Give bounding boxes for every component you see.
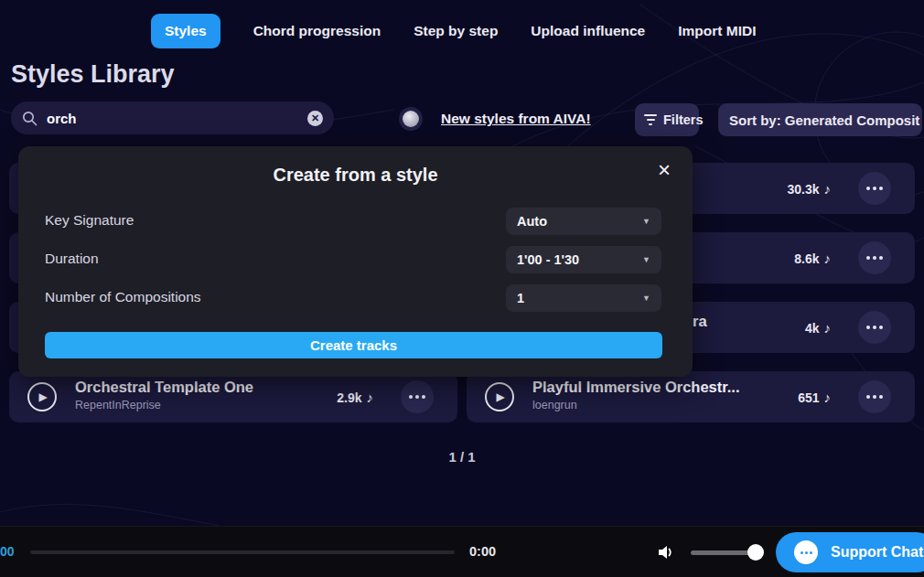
new-styles-indicator-icon bbox=[403, 111, 419, 127]
composition-count: 30.3k♪ bbox=[787, 181, 831, 197]
chat-bubble-icon bbox=[794, 540, 818, 564]
music-note-icon: ♪ bbox=[824, 181, 832, 197]
search-box[interactable]: ✕ bbox=[11, 102, 334, 134]
chevron-down-icon: ▼ bbox=[642, 217, 650, 226]
chevron-down-icon: ▼ bbox=[642, 294, 650, 303]
number-of-compositions-select[interactable]: 1 ▼ bbox=[506, 284, 661, 312]
card-menu-button[interactable] bbox=[858, 241, 891, 274]
tab-chord-progression[interactable]: Chord progression bbox=[253, 23, 381, 39]
volume-slider-knob[interactable] bbox=[747, 544, 764, 561]
support-chat-button[interactable]: Support Chat bbox=[776, 532, 924, 572]
play-icon: ▶ bbox=[38, 390, 47, 403]
style-card[interactable]: ▶ Orchestral Template One RepentInRepris… bbox=[9, 371, 457, 422]
composition-count: 651♪ bbox=[798, 390, 831, 405]
modal-title: Create from a style bbox=[18, 165, 693, 186]
page-title: Styles Library bbox=[11, 60, 175, 89]
key-signature-label: Key Signature bbox=[45, 212, 134, 229]
top-navigation: Styles Chord progression Step by step Up… bbox=[151, 14, 756, 48]
style-card[interactable]: ▶ Playful Immersive Orchestr... loengrun… bbox=[467, 371, 915, 422]
duration-select[interactable]: 1'00 - 1'30 ▼ bbox=[506, 246, 661, 273]
filters-button[interactable]: Filters bbox=[635, 103, 699, 136]
volume-icon[interactable] bbox=[657, 543, 677, 561]
composition-count: 2.9k♪ bbox=[337, 390, 373, 405]
support-chat-label: Support Chat bbox=[831, 544, 923, 561]
total-time: 0:00 bbox=[469, 544, 496, 559]
filters-label: Filters bbox=[663, 112, 704, 127]
card-menu-button[interactable] bbox=[858, 380, 891, 413]
current-time: 00 bbox=[0, 544, 15, 559]
duration-label: Duration bbox=[45, 251, 99, 267]
pagination: 1 / 1 bbox=[0, 449, 924, 465]
clear-search-icon[interactable]: ✕ bbox=[307, 111, 323, 126]
create-tracks-button[interactable]: Create tracks bbox=[45, 332, 662, 358]
card-author: RepentInReprise bbox=[75, 399, 253, 411]
play-button[interactable]: ▶ bbox=[485, 382, 514, 411]
card-title: Orchestral Template One bbox=[75, 379, 253, 396]
seek-bar[interactable] bbox=[30, 550, 455, 554]
music-note-icon: ♪ bbox=[367, 390, 374, 405]
card-menu-button[interactable] bbox=[401, 380, 434, 413]
close-icon[interactable]: × bbox=[658, 159, 671, 181]
card-menu-button[interactable] bbox=[858, 172, 891, 205]
key-signature-select[interactable]: Auto ▼ bbox=[506, 208, 661, 235]
sort-by-dropdown[interactable]: Sort by: Generated Composit bbox=[718, 103, 922, 136]
music-note-icon: ♪ bbox=[824, 390, 832, 405]
tab-upload-influence[interactable]: Upload influence bbox=[531, 23, 645, 39]
search-icon bbox=[22, 111, 38, 126]
tab-styles[interactable]: Styles bbox=[151, 14, 220, 48]
card-title: Playful Immersive Orchestr... bbox=[532, 379, 740, 396]
create-from-style-modal: Create from a style × Key Signature Auto… bbox=[18, 146, 693, 377]
card-author: loengrun bbox=[532, 399, 740, 411]
composition-count: 4k♪ bbox=[805, 320, 831, 336]
card-title-fragment: ra bbox=[693, 313, 707, 330]
new-styles-link[interactable]: New styles from AIVA! bbox=[441, 111, 591, 127]
sort-by-label: Sort by: Generated Composit bbox=[729, 112, 919, 128]
chevron-down-icon: ▼ bbox=[642, 255, 650, 264]
music-note-icon: ♪ bbox=[824, 251, 832, 266]
music-note-icon: ♪ bbox=[824, 320, 832, 336]
search-input[interactable] bbox=[47, 111, 307, 126]
composition-count: 8.6k♪ bbox=[794, 251, 831, 266]
tab-step-by-step[interactable]: Step by step bbox=[414, 23, 498, 39]
filter-icon bbox=[644, 114, 657, 125]
player-bar: 00 0:00 Support Chat bbox=[0, 526, 924, 577]
play-button[interactable]: ▶ bbox=[27, 382, 57, 411]
card-menu-button[interactable] bbox=[858, 311, 891, 344]
play-icon: ▶ bbox=[496, 390, 504, 403]
number-of-compositions-label: Number of Compositions bbox=[45, 289, 201, 305]
tab-import-midi[interactable]: Import MIDI bbox=[678, 23, 756, 39]
